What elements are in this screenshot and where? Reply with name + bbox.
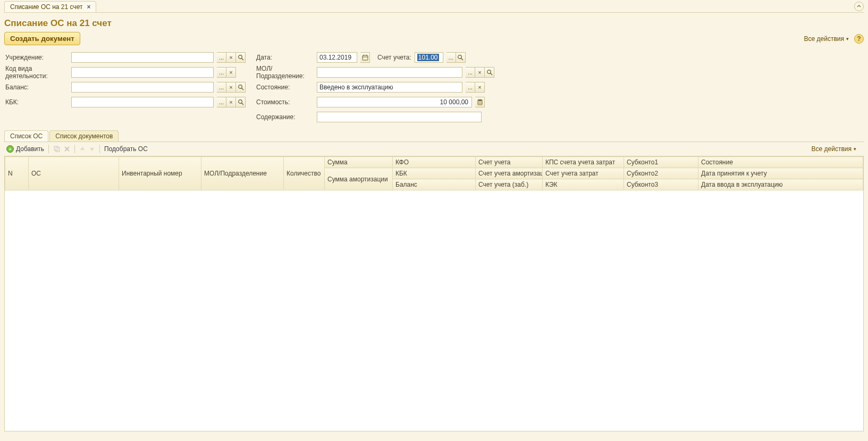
cost-value: 10 000,00 <box>319 98 469 106</box>
content-input[interactable] <box>317 112 482 122</box>
col-account[interactable]: Счет учета <box>476 157 543 168</box>
chevron-down-icon: ▾ <box>846 36 849 41</box>
ellipsis-button[interactable]: ... <box>217 97 226 107</box>
content-label: Содержание: <box>256 113 314 121</box>
col-state[interactable]: Состояние <box>698 157 863 168</box>
svg-point-10 <box>458 55 462 59</box>
svg-point-16 <box>478 102 479 102</box>
search-button[interactable] <box>485 67 494 78</box>
move-up-button[interactable] <box>79 146 86 152</box>
all-actions-label: Все действия <box>804 35 844 43</box>
col-sub3[interactable]: Субконто3 <box>624 179 698 190</box>
list-all-actions-menu[interactable]: Все действия ▾ <box>812 145 856 153</box>
tab-main[interactable]: Списание ОС на 21 счет × <box>4 1 96 12</box>
ellipsis-button[interactable]: ... <box>466 67 475 78</box>
collapse-panel-button[interactable] <box>854 2 864 11</box>
col-n[interactable]: N <box>5 157 29 190</box>
cost-input[interactable]: 10 000,00 <box>317 97 472 107</box>
search-button[interactable] <box>456 52 466 63</box>
state-input[interactable]: Введено в эксплуатацию <box>317 82 462 93</box>
calculator-icon[interactable] <box>475 97 485 107</box>
ellipsis-button[interactable]: ... <box>217 82 226 93</box>
subtab-list-docs[interactable]: Список документов <box>49 130 119 142</box>
ellipsis-button[interactable]: ... <box>217 67 226 78</box>
svg-line-1 <box>241 59 243 61</box>
svg-point-17 <box>479 102 480 102</box>
search-button[interactable] <box>236 97 246 107</box>
clear-button[interactable]: × <box>226 82 236 93</box>
add-row-button[interactable]: + Добавить <box>6 145 44 153</box>
institution-input[interactable] <box>71 52 214 63</box>
mol-input[interactable] <box>317 67 462 78</box>
delete-row-button[interactable] <box>64 146 70 152</box>
search-button[interactable] <box>236 52 246 63</box>
ellipsis-button[interactable]: ... <box>217 52 226 63</box>
svg-point-18 <box>481 102 481 102</box>
svg-line-13 <box>490 73 492 76</box>
col-sub2[interactable]: Субконто2 <box>624 168 698 179</box>
ellipsis-button[interactable]: ... <box>446 52 456 63</box>
svg-rect-6 <box>363 55 368 60</box>
os-grid[interactable]: N ОС Инвентарный номер МОЛ/Подразделение… <box>4 156 864 431</box>
account-input[interactable]: 101.00 <box>415 52 443 63</box>
col-acc-cost[interactable]: Счет учета затрат <box>543 168 624 179</box>
svg-point-21 <box>481 103 481 104</box>
filters-col-a: Учреждение: ... × Код вида деятельности:… <box>5 52 246 123</box>
col-qty[interactable]: Количество <box>284 157 325 190</box>
balance-input[interactable] <box>71 82 214 93</box>
svg-point-2 <box>238 85 242 89</box>
col-sum[interactable]: Сумма <box>325 157 393 168</box>
create-document-button[interactable]: Создать документ <box>4 32 80 45</box>
col-kps[interactable]: КПС счета учета затрат <box>543 157 624 168</box>
col-date-accept[interactable]: Дата принятия к учету <box>698 168 863 179</box>
col-kbk[interactable]: КБК <box>393 168 476 179</box>
svg-line-11 <box>461 59 464 61</box>
svg-point-4 <box>238 100 242 104</box>
clear-button[interactable]: × <box>475 67 485 78</box>
ellipsis-button[interactable]: ... <box>466 82 475 93</box>
plus-icon: + <box>6 145 14 153</box>
svg-line-3 <box>241 88 243 90</box>
balance-label: Баланс: <box>5 84 68 91</box>
col-date-commiss[interactable]: Дата ввода в эксплуатацию <box>698 179 863 190</box>
col-amort[interactable]: Сумма амортизации <box>325 168 393 190</box>
col-mol[interactable]: МОЛ/Подразделение <box>201 157 284 190</box>
list-all-actions-label: Все действия <box>812 145 852 153</box>
clear-button[interactable]: × <box>475 82 485 93</box>
page-toolbar: Создать документ Все действия ▾ ? <box>4 32 864 45</box>
svg-point-0 <box>238 55 242 59</box>
clear-button[interactable]: × <box>226 52 236 63</box>
subtabs: Список ОС Список документов <box>4 130 864 142</box>
clear-button[interactable]: × <box>226 67 236 78</box>
activity-label: Код вида деятельности: <box>5 65 68 80</box>
move-down-button[interactable] <box>89 146 95 152</box>
col-sub1[interactable]: Субконто1 <box>624 157 698 168</box>
col-balance[interactable]: Баланс <box>393 179 476 190</box>
clear-button[interactable]: × <box>226 97 236 107</box>
pick-os-button[interactable]: Подобрать ОС <box>104 145 148 153</box>
copy-row-button[interactable] <box>53 145 61 153</box>
col-os[interactable]: ОС <box>29 157 119 190</box>
tabstrip: Списание ОС на 21 счет × <box>4 0 864 13</box>
col-inv[interactable]: Инвентарный номер <box>119 157 201 190</box>
date-input[interactable]: 03.12.2019 <box>317 52 357 63</box>
col-acc-amort[interactable]: Счет учета амортизации <box>476 168 543 179</box>
calendar-icon[interactable] <box>360 52 370 63</box>
col-kfo[interactable]: КФО <box>393 157 476 168</box>
account-value: 101.00 <box>417 54 439 61</box>
col-acc-off[interactable]: Счет учета (заб.) <box>476 179 543 190</box>
search-button[interactable] <box>236 82 246 93</box>
close-icon[interactable]: × <box>87 3 90 11</box>
state-label: Состояние: <box>256 84 314 91</box>
svg-line-5 <box>241 103 243 105</box>
help-button[interactable]: ? <box>854 34 864 44</box>
tab-title: Списание ОС на 21 счет <box>10 3 82 11</box>
cost-label: Стоимость: <box>256 98 314 106</box>
all-actions-menu[interactable]: Все действия ▾ <box>804 35 849 43</box>
date-label: Дата: <box>256 54 314 61</box>
kbk-input[interactable] <box>71 97 214 107</box>
subtab-list-os[interactable]: Список ОС <box>4 130 48 142</box>
svg-point-19 <box>478 103 479 104</box>
col-kek[interactable]: КЭК <box>543 179 624 190</box>
activity-input[interactable] <box>71 67 214 78</box>
